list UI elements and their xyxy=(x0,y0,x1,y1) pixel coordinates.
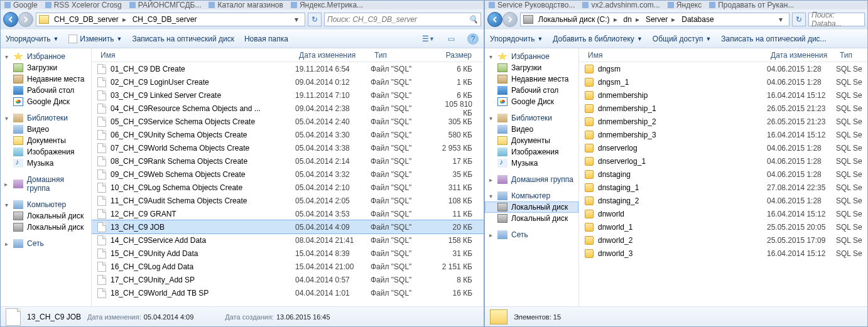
collapse-icon[interactable]: ▾ xyxy=(3,115,9,122)
nav-local-disk[interactable]: Локальный диск xyxy=(485,213,578,224)
file-row[interactable]: dnworld16.04.2014 15:12SQL Se xyxy=(579,207,867,220)
nav-desktop[interactable]: Рабочий стол xyxy=(1,85,91,96)
nav-forward-button[interactable] xyxy=(18,12,33,27)
file-row[interactable]: 04_CH_C9Resource Schema Objects and ...0… xyxy=(92,102,484,115)
file-row[interactable]: 05_CH_C9Service Schema Objects Create05.… xyxy=(92,115,484,128)
view-button[interactable]: ☰▼ xyxy=(422,33,435,45)
nav-video[interactable]: Видео xyxy=(485,124,578,135)
nav-images[interactable]: Изображения xyxy=(485,146,578,158)
file-row[interactable]: dngsm04.06.2015 1:28SQL Se xyxy=(579,62,867,75)
file-row[interactable]: 13_CH_C9 JOB05.04.2014 4:09Файл "SQL"20 … xyxy=(92,220,484,233)
file-row[interactable]: 03_CH_C9 Linked Server Create19.11.2014 … xyxy=(92,88,484,102)
breadcrumb[interactable]: Локальный диск (C:)▸ dn▸ Server▸ Databas… xyxy=(520,13,789,26)
file-row[interactable]: 16_CH_C9Log Add Data15.04.2014 21:00Файл… xyxy=(92,260,484,273)
nav-video[interactable]: Видео xyxy=(1,124,91,135)
column-name[interactable]: Имя xyxy=(97,51,295,60)
refresh-button[interactable]: ↻ xyxy=(308,13,322,26)
nav-local-disk[interactable]: Локальный диск xyxy=(1,222,91,233)
computer-group[interactable]: ▾Компьютер xyxy=(485,190,578,201)
file-row[interactable]: dnmembership_126.05.2015 21:23SQL Se xyxy=(579,102,867,115)
file-row[interactable]: dnmembership16.04.2014 15:12SQL Se xyxy=(579,88,867,102)
collapse-icon[interactable]: ▾ xyxy=(3,201,9,208)
refresh-button[interactable]: ↻ xyxy=(792,13,806,26)
file-row[interactable]: dnserverlog_104.06.2015 1:28SQL Se xyxy=(579,154,867,168)
chevron-right-icon[interactable]: ▸ xyxy=(612,15,619,24)
browser-tab[interactable]: Продавать от Рукан... xyxy=(705,1,798,9)
column-type[interactable]: Тип xyxy=(836,51,867,60)
network-group[interactable]: ▸Сеть xyxy=(485,229,578,240)
file-row[interactable]: 10_CH_C9Log Schema Objects Create05.04.2… xyxy=(92,181,484,194)
search-input[interactable]: Поиск: Databa... xyxy=(808,13,865,26)
help-button[interactable]: ? xyxy=(467,33,479,45)
new-folder-button[interactable]: Новая папка xyxy=(244,35,288,43)
libraries-group[interactable]: ▾Библиотеки xyxy=(485,112,578,124)
file-row[interactable]: 06_CH_C9Unity Schema Objects Create05.04… xyxy=(92,128,484,141)
nav-recent[interactable]: Недавние места xyxy=(1,73,91,85)
search-input[interactable]: Поиск: CH_C9_DB_server 🔍 xyxy=(324,13,481,26)
file-row[interactable]: dnstaging04.06.2015 1:28SQL Se xyxy=(579,168,867,181)
addlib-button[interactable]: Добавить в библиотеку▼ xyxy=(553,35,642,43)
browser-tab[interactable]: Service Руководство... xyxy=(485,1,578,9)
file-row[interactable]: dnmembership_316.04.2014 15:12SQL Se xyxy=(579,128,867,141)
nav-recent[interactable]: Недавние места xyxy=(485,73,578,85)
nav-desktop[interactable]: Рабочий стол xyxy=(485,85,578,96)
burn-button[interactable]: Записать на оптический дис... xyxy=(721,35,826,43)
file-row[interactable]: dngsm_104.06.2015 1:28SQL Se xyxy=(579,75,867,88)
browser-tab[interactable]: vx2.advshinm.com... xyxy=(578,1,663,9)
burn-button[interactable]: Записать на оптический диск xyxy=(132,35,234,43)
nav-downloads[interactable]: Загрузки xyxy=(485,62,578,73)
organize-button[interactable]: Упорядочить▼ xyxy=(490,35,543,43)
breadcrumb-segment[interactable]: Database xyxy=(679,15,716,24)
file-row[interactable]: 14_CH_C9Service Add Data08.04.2014 21:41… xyxy=(92,233,484,247)
nav-music[interactable]: Музыка xyxy=(485,158,578,169)
nav-google-disk[interactable]: Google Диск xyxy=(1,96,91,107)
nav-documents[interactable]: Документы xyxy=(1,135,91,146)
browser-tab[interactable]: РАЙОНСМГСДБ... xyxy=(126,1,205,9)
nav-documents[interactable]: Документы xyxy=(485,135,578,146)
network-group[interactable]: ▸Сеть xyxy=(1,238,91,249)
homegroup[interactable]: ▸Домашняя группа xyxy=(485,174,578,185)
favorites-group[interactable]: ▾Избранное xyxy=(485,51,578,62)
column-date[interactable]: Дата изменения xyxy=(767,51,836,60)
nav-local-disk[interactable]: Локальный диск xyxy=(485,201,578,213)
file-row[interactable]: dnmembership_226.05.2015 21:23SQL Se xyxy=(579,115,867,128)
chevron-right-icon[interactable]: ▸ xyxy=(634,15,641,24)
chevron-down-icon[interactable]: ▾ xyxy=(291,15,302,24)
column-name[interactable]: Имя xyxy=(584,51,767,60)
nav-back-button[interactable] xyxy=(487,12,502,27)
file-row[interactable]: 15_CH_C9Unity Add Data15.04.2014 8:39Фай… xyxy=(92,247,484,260)
file-list[interactable]: dngsm04.06.2015 1:28SQL Sedngsm_104.06.2… xyxy=(579,62,867,306)
breadcrumb-segment[interactable]: CH_C9_DB_server xyxy=(52,15,121,24)
expand-icon[interactable]: ▸ xyxy=(3,181,9,188)
favorites-group[interactable]: ▾Избранное xyxy=(1,51,91,62)
file-row[interactable]: 08_CH_C9Rank Schema Objects Create05.04.… xyxy=(92,154,484,168)
chevron-down-icon[interactable]: ▾ xyxy=(775,15,786,24)
nav-forward-button[interactable] xyxy=(502,12,518,27)
file-row[interactable]: 12_CH_C9 GRANT05.04.2014 3:53Файл "SQL"1… xyxy=(92,207,484,220)
share-button[interactable]: Общий доступ▼ xyxy=(653,35,712,43)
nav-local-disk[interactable]: Локальный диск xyxy=(1,210,91,222)
breadcrumb-segment[interactable]: Локальный диск (C:) xyxy=(536,15,612,24)
file-row[interactable]: dnworld_316.04.2014 15:12SQL Se xyxy=(579,247,867,260)
file-list[interactable]: 01_CH_C9 DB Create19.11.2014 6:54Файл "S… xyxy=(92,62,484,306)
file-row[interactable]: 02_CH_C9 LoginUser Create09.04.2014 0:12… xyxy=(92,75,484,88)
browser-tab[interactable]: Google xyxy=(1,1,41,9)
nav-images[interactable]: Изображения xyxy=(1,146,91,158)
homegroup[interactable]: ▸Домашняя группа xyxy=(1,174,91,194)
breadcrumb-segment[interactable]: CH_C9_DB_server xyxy=(130,15,200,24)
browser-tab[interactable]: Яндекс xyxy=(664,1,705,9)
file-row[interactable]: dnstaging_127.08.2014 22:35SQL Se xyxy=(579,181,867,194)
breadcrumb[interactable]: CH_C9_DB_server▸ CH_C9_DB_server ▾ xyxy=(36,13,305,26)
column-size[interactable]: Размер xyxy=(440,51,484,60)
file-row[interactable]: dnworld_225.05.2015 17:09SQL Se xyxy=(579,233,867,247)
organize-button[interactable]: Упорядочить▼ xyxy=(6,35,58,43)
chevron-right-icon[interactable]: ▸ xyxy=(121,15,127,24)
preview-pane-button[interactable]: ▭ xyxy=(445,33,457,45)
nav-downloads[interactable]: Загрузки xyxy=(1,62,91,73)
chevron-right-icon[interactable]: ▸ xyxy=(670,15,676,24)
libraries-group[interactable]: ▾Библиотеки xyxy=(1,112,91,124)
column-type[interactable]: Тип xyxy=(371,51,440,60)
nav-google-disk[interactable]: Google Диск xyxy=(485,96,578,107)
column-date[interactable]: Дата изменения xyxy=(295,51,371,60)
browser-tab[interactable]: Каталог магазинов xyxy=(205,1,286,9)
